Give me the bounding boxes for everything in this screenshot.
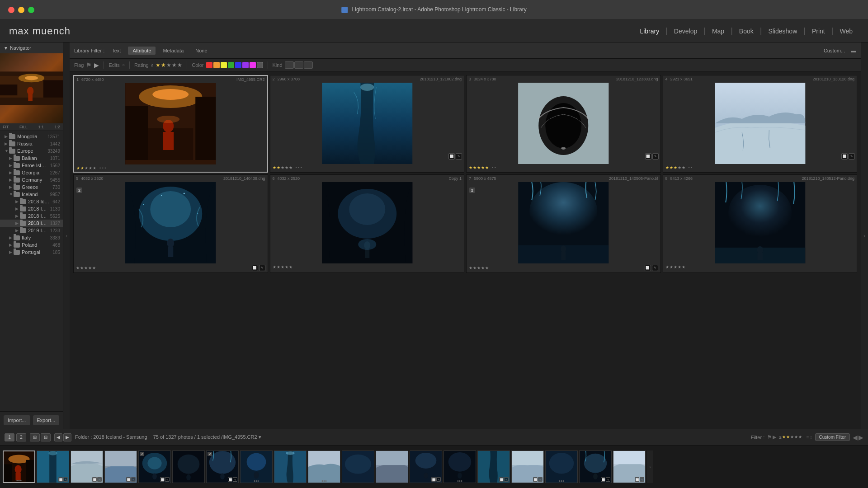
photo-cell-5[interactable]: 2 5 4032 x 2520 20181210_140438.dng [73,174,268,273]
filter-sort-icons[interactable]: ≡ ↕ [807,435,812,440]
folder-iceland-roadtrip[interactable]: ▶ 2019 Iceland - Roadtrip Alex 1233 [0,227,63,234]
film-thumb-7[interactable]: 2 ⬜ ✎ [206,450,239,483]
swatch-green[interactable] [228,62,234,68]
page-nav[interactable]: 1 2 [5,433,26,441]
photo-cell-2[interactable]: 2 2966 x 3708 20181210_121002.dng [270,75,465,173]
film-thumb-16[interactable]: ⬜ ✎ [511,450,544,483]
photo-cell-6[interactable]: 6 4032 x 2520 Copy 1 [270,174,465,273]
nav-zoom-controls[interactable]: FIT FILL 1:1 1:2 [0,123,63,131]
folder-germany[interactable]: ▶ Germany 9455 [0,176,63,183]
star-1[interactable]: ★ [156,62,160,68]
grid-view-btn[interactable]: ⊞ [30,433,40,441]
zoom-1-1[interactable]: 1:1 [38,125,44,129]
photo-cell-8[interactable]: 8 8413 x 4266 20181210_140512-Pano.dng [663,174,858,273]
zoom-fit[interactable]: FIT [3,125,9,129]
sort-icon[interactable]: ≡ [807,435,809,440]
film-thumb-13[interactable]: ⬜ ✎ [410,450,442,483]
filter-flag-icons[interactable]: ⚑ ▶ [767,434,776,440]
film-thumb-9[interactable] [274,450,307,483]
kind-all[interactable] [285,61,294,69]
filter-collapse-icon[interactable]: ▶ [859,434,863,441]
film-thumb-2[interactable]: ⬜ ✎ [37,450,69,483]
minimize-button[interactable] [18,7,24,13]
filter-close-icon[interactable]: ▬ [851,48,856,53]
folder-mongolia[interactable]: ▶ Mongolia 13571 [0,133,63,140]
folder-italy[interactable]: ▶ Italy 3389 [0,234,63,241]
filter-tab-text[interactable]: Text [107,47,125,55]
swatch-blue[interactable] [235,62,241,68]
swatch-pink[interactable] [250,62,256,68]
flag-none-icon[interactable]: ⚑ [86,61,92,69]
filter-size-icons[interactable]: ◀ ▶ [853,434,863,441]
film-thumb-11[interactable] [342,450,374,483]
kind-video[interactable] [304,61,313,69]
star-rating[interactable]: ★ ★ ★ ★ ★ [156,62,182,68]
film-thumb-14[interactable] [443,450,476,483]
film-thumb-1[interactable] [3,450,35,483]
folder-europe[interactable]: ▼ Europe 33249 [0,147,63,155]
film-thumb-6[interactable] [172,450,205,483]
photo-cell-3[interactable]: 3 3024 x 3780 20181210_123303.dng [466,75,661,173]
folder-balkan[interactable]: ▶ Balkan 1071 [0,155,63,162]
photo-cell-4[interactable]: 4 2921 x 3651 20181210_130126.dng [663,75,858,173]
folder-portugal[interactable]: ▶ Portugal 185 [0,249,63,256]
filter-custom[interactable]: Custom... [824,48,845,53]
star-5[interactable]: ★ [177,62,182,68]
nav-slideshow[interactable]: Slideshow [762,28,803,35]
folder-iceland-air[interactable]: ▶ 2018 Iceland - IcelandAir 642 [0,198,63,205]
film-thumb-8[interactable] [240,450,273,483]
sort-direction-icon[interactable]: ↕ [810,435,812,440]
swatch-purple[interactable] [242,62,249,68]
next-arrow[interactable]: ▶ [63,433,71,441]
film-thumb-3[interactable]: ⬜ ✎ [71,450,103,483]
folder-poland[interactable]: ▶ Poland 468 [0,241,63,249]
film-thumb-18[interactable]: ⬜ ✎ [579,450,612,483]
star-3[interactable]: ★ [166,62,171,68]
navigator-header[interactable]: ▼ Navigator [0,42,63,53]
nav-map[interactable]: Map [706,28,731,35]
filter-rating-op[interactable]: ≥ [779,435,782,440]
view-buttons[interactable]: ⊞ ⊟ [30,433,51,441]
folder-greece[interactable]: ▶ Greece 730 [0,183,63,191]
window-controls[interactable] [0,7,34,13]
close-button[interactable] [8,7,14,13]
nav-arrows[interactable]: ◀ ▶ [54,433,71,441]
folder-iceland[interactable]: ▼ Iceland 9957 [0,191,63,198]
rating-operator[interactable]: ≥ [151,62,154,67]
film-thumb-4[interactable]: ⬜ ✎ [104,450,137,483]
edits-toggle[interactable]: ○ [122,62,125,67]
film-thumb-15[interactable]: ⬜ ✎ [477,450,510,483]
filter-tab-attribute[interactable]: Attribute [128,47,156,55]
zoom-fill[interactable]: FILL [19,125,28,129]
folder-georgia[interactable]: ▶ Georgia 2267 [0,169,63,176]
film-thumb-10[interactable] [308,450,340,483]
export-button[interactable]: Export... [33,415,60,425]
nav-develop[interactable]: Develop [668,28,703,35]
filmstrip-next-arrow[interactable]: › [647,450,653,483]
folder-iceland-inspired[interactable]: ▶ 2018 Iceland - InspiredByIceland 1130 [0,205,63,212]
prev-arrow[interactable]: ◀ [54,433,62,441]
film-thumb-17[interactable] [545,450,578,483]
nav-web[interactable]: Web [833,28,859,35]
swatch-red[interactable] [206,62,212,68]
import-button[interactable]: Import... [4,415,30,425]
film-thumb-12[interactable] [376,450,408,483]
filter-tab-none[interactable]: None [191,47,212,55]
color-swatches[interactable] [206,62,263,68]
folder-iceland-olympus[interactable]: ▶ 2018 Iceland - Olympus Came... 5625 [0,212,63,220]
filter-tab-metadata[interactable]: Metadata [158,47,188,55]
nav-print[interactable]: Print [806,28,831,35]
photo-cell-1[interactable]: 1 6720 x 4480 IMG_4955.CR2 [73,75,268,173]
flag-pick-icon[interactable]: ▶ [94,61,99,69]
nav-library[interactable]: Library [633,28,665,35]
zoom-1-2[interactable]: 1:2 [54,125,60,129]
page-2[interactable]: 2 [16,433,26,441]
kind-photo[interactable] [294,61,303,69]
film-thumb-5[interactable]: 2 ⬜ ✎ [138,450,171,483]
star-4[interactable]: ★ [172,62,177,68]
kind-buttons[interactable] [285,61,313,69]
folder-faroe[interactable]: ▶ Faroe Islands 1562 [0,162,63,169]
swatch-orange[interactable] [213,62,220,68]
photo-cell-7[interactable]: 2 7 5900 x 4875 20181210_140505-Pano.tif [466,174,661,273]
page-1[interactable]: 1 [5,433,14,441]
